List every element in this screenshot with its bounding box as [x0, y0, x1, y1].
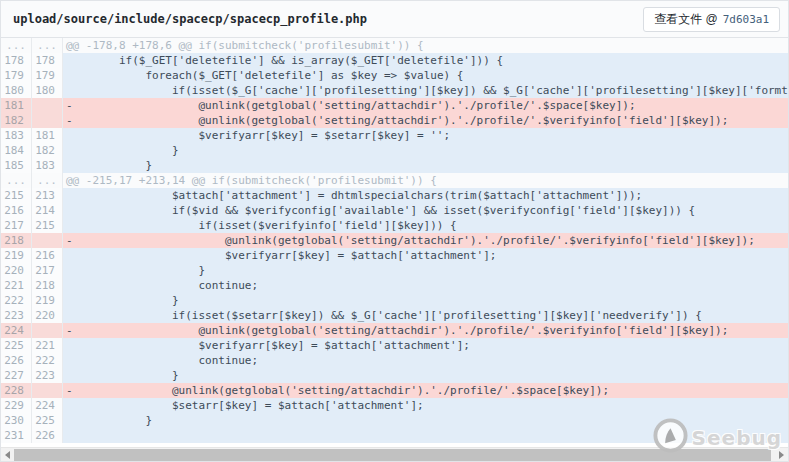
file-header: upload/source/include/spacecp/spacecp_pr…: [1, 1, 788, 38]
new-line-number: [32, 383, 63, 398]
old-line-number: 217: [1, 218, 32, 233]
hunk-header-row: ......@@ -215,17 +213,14 @@ if(submitche…: [1, 173, 788, 188]
old-line-number: 224: [1, 323, 32, 338]
context-line-row: 225221 $verifyarr[$key] = $attach['attac…: [1, 338, 788, 353]
new-line-number: 217: [32, 263, 63, 278]
old-line-number: 220: [1, 263, 32, 278]
new-line-number: 181: [32, 128, 63, 143]
new-line-number: 216: [32, 248, 63, 263]
scroll-right-arrow-icon[interactable]: [775, 448, 788, 461]
code-line: $setarr[$key] = $attach['attachment'];: [63, 398, 788, 413]
new-line-number: 219: [32, 293, 63, 308]
new-line-number: 213: [32, 188, 63, 203]
old-line-number: 223: [1, 308, 32, 323]
old-line-number: 228: [1, 383, 32, 398]
code-line: - @unlink(getglobal('setting/attachdir')…: [63, 233, 788, 248]
new-line-number: 221: [32, 338, 63, 353]
code-line: continue;: [63, 278, 788, 293]
new-line-number: ...: [32, 173, 63, 188]
old-line-number: ...: [1, 173, 32, 188]
old-line-number: 218: [1, 233, 32, 248]
code-line: if($vid && $verifyconfig['available'] &&…: [63, 203, 788, 218]
old-line-number: 181: [1, 98, 32, 113]
new-line-number: 178: [32, 53, 63, 68]
code-line: }: [63, 158, 788, 173]
old-line-number: 178: [1, 53, 32, 68]
scroll-left-arrow-icon[interactable]: [1, 448, 14, 461]
code-line: $verifyarr[$key] = $setarr[$key] = '';: [63, 128, 788, 143]
new-line-number: 183: [32, 158, 63, 173]
new-line-number: 218: [32, 278, 63, 293]
code-line: $verifyarr[$key] = $attach['attachment']…: [63, 338, 788, 353]
old-line-number: 179: [1, 68, 32, 83]
diff-viewer: upload/source/include/spacecp/spacecp_pr…: [0, 0, 789, 462]
old-line-number: 180: [1, 83, 32, 98]
old-line-number: 215: [1, 188, 32, 203]
context-line-row: 226222 continue;: [1, 353, 788, 368]
code-line: [63, 428, 788, 443]
context-line-row: 219216 $verifyarr[$key] = $attach['attac…: [1, 248, 788, 263]
new-line-number: [32, 98, 63, 113]
view-file-button[interactable]: 查看文件 @ 7d603a1: [643, 7, 780, 32]
code-line: }: [63, 263, 788, 278]
new-line-number: 214: [32, 203, 63, 218]
old-line-number: 182: [1, 113, 32, 128]
diff-rows: ......@@ -178,8 +178,6 @@ if(submitcheck…: [1, 38, 788, 461]
code-line: $attach['attachment'] = dhtmlspecialchar…: [63, 188, 788, 203]
deleted-line-row: 228- @unlink(getglobal('setting/attachdi…: [1, 383, 788, 398]
code-line: foreach($_GET['deletefile'] as $key => $…: [63, 68, 788, 83]
context-line-row: 220217 }: [1, 263, 788, 278]
hunk-header-row: ......@@ -178,8 +178,6 @@ if(submitcheck…: [1, 38, 788, 53]
context-line-row: 221218 continue;: [1, 278, 788, 293]
old-line-number: 219: [1, 248, 32, 263]
context-line-row: 184182 }: [1, 143, 788, 158]
new-line-number: 225: [32, 413, 63, 428]
old-line-number: 230: [1, 413, 32, 428]
new-line-number: 226: [32, 428, 63, 443]
context-line-row: 179179 foreach($_GET['deletefile'] as $k…: [1, 68, 788, 83]
deleted-line-row: 181- @unlink(getglobal('setting/attachdi…: [1, 98, 788, 113]
file-path: upload/source/include/spacecp/spacecp_pr…: [13, 12, 643, 26]
old-line-number: 221: [1, 278, 32, 293]
context-line-row: 183181 $verifyarr[$key] = $setarr[$key] …: [1, 128, 788, 143]
context-line-row: 222219 }: [1, 293, 788, 308]
code-line: - @unlink(getglobal('setting/attachdir')…: [63, 113, 788, 128]
old-line-number: 229: [1, 398, 32, 413]
code-line: - @unlink(getglobal('setting/attachdir')…: [63, 98, 788, 113]
new-line-number: 222: [32, 353, 63, 368]
code-line: if($_GET['deletefile'] && is_array($_GET…: [63, 53, 788, 68]
new-line-number: [32, 233, 63, 248]
code-line: }: [63, 413, 788, 428]
old-line-number: ...: [1, 38, 32, 53]
new-line-number: 182: [32, 143, 63, 158]
old-line-number: 222: [1, 293, 32, 308]
old-line-number: 231: [1, 428, 32, 443]
new-line-number: 180: [32, 83, 63, 98]
new-line-number: 223: [32, 368, 63, 383]
new-line-number: 224: [32, 398, 63, 413]
new-line-number: 215: [32, 218, 63, 233]
scrollbar-thumb[interactable]: [14, 449, 771, 461]
deleted-line-row: 182- @unlink(getglobal('setting/attachdi…: [1, 113, 788, 128]
code-line: - @unlink(getglobal('setting/attachdir')…: [63, 383, 788, 398]
commit-hash: 7d603a1: [723, 13, 769, 26]
new-line-number: [32, 113, 63, 128]
old-line-number: 227: [1, 368, 32, 383]
deleted-line-row: 218- @unlink(getglobal('setting/attachdi…: [1, 233, 788, 248]
view-file-label: 查看文件 @: [654, 11, 718, 28]
context-line-row: 231226: [1, 428, 788, 443]
code-line: }: [63, 293, 788, 308]
old-line-number: 184: [1, 143, 32, 158]
context-line-row: 216214 if($vid && $verifyconfig['availab…: [1, 203, 788, 218]
context-line-row: 215213 $attach['attachment'] = dhtmlspec…: [1, 188, 788, 203]
old-line-number: 226: [1, 353, 32, 368]
code-line: if(isset($setarr[$key]) && $_G['cache'][…: [63, 308, 788, 323]
old-line-number: 216: [1, 203, 32, 218]
old-line-number: 225: [1, 338, 32, 353]
code-line: - @unlink(getglobal('setting/attachdir')…: [63, 323, 788, 338]
code-line: continue;: [63, 353, 788, 368]
horizontal-scrollbar[interactable]: [1, 447, 788, 461]
new-line-number: 220: [32, 308, 63, 323]
code-line: }: [63, 143, 788, 158]
hunk-header-text: @@ -178,8 +178,6 @@ if(submitcheck('prof…: [63, 38, 788, 53]
